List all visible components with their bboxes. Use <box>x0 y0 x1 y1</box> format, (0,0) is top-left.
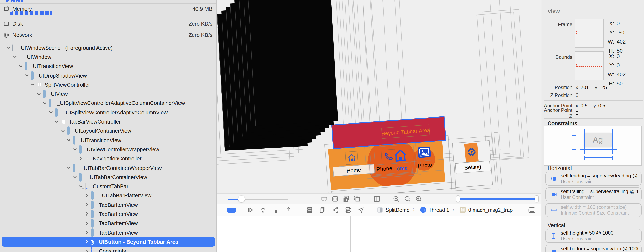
chevron-right-icon[interactable] <box>84 193 90 198</box>
view-hierarchy-button[interactable] <box>306 206 313 213</box>
constraint-card[interactable]: self.bottom = superview.top @ 1000User C… <box>546 244 642 252</box>
gear-icon[interactable] <box>466 147 477 157</box>
stack-frame-icon <box>460 207 466 213</box>
process-name[interactable]: SplitDemo <box>386 207 410 213</box>
hide-debug-area-icon[interactable] <box>528 207 536 213</box>
console-pane[interactable] <box>351 216 541 252</box>
tree-row[interactable]: _UITabBarContainerView <box>2 172 215 182</box>
tree-row[interactable]: UIWindow <box>2 53 215 62</box>
chevron-down-icon[interactable] <box>12 54 18 60</box>
phone-icon[interactable] <box>383 151 394 163</box>
tree-row[interactable]: UIWindowScene - (Foreground Active) <box>2 43 215 53</box>
view-hierarchy-canvas[interactable]: Beyond Tabbar Area Home <box>217 0 541 193</box>
gauge-disk[interactable]: DiskZero KB/s <box>0 19 216 29</box>
tree-row[interactable]: _UISplitViewControllerAdaptiveColumnView <box>2 108 215 117</box>
tree-row[interactable]: UIViewControllerWrapperView <box>2 145 215 154</box>
step-into-button[interactable] <box>272 206 280 213</box>
constraint-card[interactable]: self.height = 50 @ 1000User Constraint <box>546 229 642 243</box>
range-handle-right[interactable] <box>535 196 538 202</box>
photo-tab-label[interactable]: Photo <box>418 162 432 169</box>
constraint-card[interactable]: self.width = 163 (content size)Intrinsic… <box>546 203 642 217</box>
thread-name[interactable]: Thread 1 <box>428 207 449 213</box>
tree-row-selected[interactable]: BUIButton - Beyond Tabbar Area <box>2 237 215 246</box>
zoom-actual-icon[interactable] <box>404 196 411 202</box>
memory-graph-button[interactable] <box>319 206 326 213</box>
chevron-down-icon[interactable] <box>24 73 30 78</box>
breakpoints-toggle[interactable] <box>227 207 236 212</box>
show-constraints-icon[interactable] <box>332 196 338 202</box>
home-icon[interactable] <box>347 153 356 163</box>
continue-button[interactable] <box>247 206 254 213</box>
layer-spacing-slider[interactable] <box>228 193 288 204</box>
chevron-right-icon[interactable] <box>78 156 84 161</box>
view-content-icon[interactable] <box>354 196 360 202</box>
constraint-card[interactable]: self.trailing = superview.trailing @ 100… <box>546 187 642 201</box>
frame-name[interactable]: 0 mach_msg2_trap <box>468 207 512 213</box>
chevron-right-icon[interactable] <box>84 202 90 208</box>
gauge-value: Zero KB/s <box>188 32 212 38</box>
chevron-down-icon[interactable] <box>48 109 54 115</box>
tree-row[interactable]: UITransitionView <box>2 62 215 71</box>
tree-row-label: NavigationController <box>93 155 142 162</box>
zoom-in-icon[interactable] <box>416 196 422 202</box>
slider-knob[interactable] <box>238 196 245 202</box>
tree-row[interactable]: UILayoutContainerView <box>2 126 215 136</box>
chevron-down-icon[interactable] <box>72 174 78 180</box>
tree-row[interactable]: ‹NavigationController <box>2 154 215 163</box>
view-icon <box>90 202 97 208</box>
step-over-button[interactable] <box>260 206 267 213</box>
chevron-right-icon[interactable] <box>84 220 90 226</box>
chevron-right-icon[interactable] <box>84 211 90 217</box>
chevron-down-icon[interactable] <box>42 100 48 106</box>
tree-row[interactable]: TabBarViewController <box>2 117 215 126</box>
tree-row[interactable]: TabBarItemView <box>2 200 215 209</box>
canvas-toolbar <box>217 193 541 204</box>
zoom-out-icon[interactable] <box>393 196 400 202</box>
gauge-network[interactable]: NetworkZero KB/s <box>0 30 216 40</box>
tree-row[interactable]: TabBarItemView <box>2 219 215 228</box>
tree-row-label: UITransitionView <box>33 63 73 69</box>
tree-row[interactable]: SplitViewController <box>2 80 215 89</box>
environment-overrides-button[interactable] <box>344 206 352 213</box>
chevron-down-icon[interactable] <box>30 82 36 88</box>
clipped-content-icon[interactable] <box>321 196 328 202</box>
preview-element: Ag <box>584 133 612 147</box>
orient-2d-icon[interactable] <box>374 196 380 202</box>
chevron-down-icon[interactable] <box>72 146 78 152</box>
photo-icon[interactable] <box>418 146 431 158</box>
tree-row[interactable]: UIDropShadowView <box>2 71 215 80</box>
phone-tab-label[interactable]: Phone <box>376 165 392 173</box>
tree-row[interactable]: TabBarItemView <box>2 209 215 219</box>
variables-pane[interactable] <box>217 216 350 252</box>
chevron-down-icon[interactable] <box>6 45 12 51</box>
chevron-down-icon[interactable] <box>18 63 24 69</box>
tree-row[interactable]: _UITabBarPlatterView <box>2 191 215 200</box>
setting-tab-label[interactable]: Setting <box>455 161 490 173</box>
simulate-location-button[interactable] <box>358 206 364 213</box>
depth-range-slider[interactable] <box>456 193 538 204</box>
tree-row[interactable]: _UISplitViewControllerAdaptiveColumnCont… <box>2 99 215 108</box>
tree-row[interactable]: _UITabBarContainerWrapperView <box>2 163 215 173</box>
chevron-down-icon[interactable] <box>36 91 42 97</box>
view-frames-icon[interactable] <box>342 196 349 202</box>
split-view-controller-icon <box>36 82 43 88</box>
chevron-down-icon[interactable] <box>66 165 72 171</box>
chevron-down-icon[interactable] <box>66 137 72 143</box>
distribute-button[interactable] <box>332 206 339 213</box>
chevron-down-icon[interactable] <box>60 128 66 134</box>
tree-row[interactable]: UIView <box>2 89 215 99</box>
constraint-card[interactable]: self.leading = superview.leading @ 10…Us… <box>546 172 642 186</box>
range-handle-left[interactable] <box>456 196 460 202</box>
chevron-right-icon[interactable] <box>84 239 90 245</box>
tree-row[interactable]: TabBarItemView <box>2 228 215 237</box>
debug-console-area <box>217 216 541 252</box>
chevron-right-icon[interactable] <box>84 248 90 252</box>
chevron-right-icon[interactable] <box>84 230 90 235</box>
tree-row[interactable]: UITransitionView <box>2 136 215 145</box>
tree-row[interactable]: CustomTabBar <box>2 182 215 191</box>
step-out-button[interactable] <box>285 206 292 213</box>
constraint-title: self.bottom = superview.top @ 1000 <box>561 246 638 252</box>
chevron-down-icon[interactable] <box>54 119 60 125</box>
gauge-label: Disk <box>12 21 188 27</box>
tree-row[interactable]: Constraints <box>2 246 215 252</box>
